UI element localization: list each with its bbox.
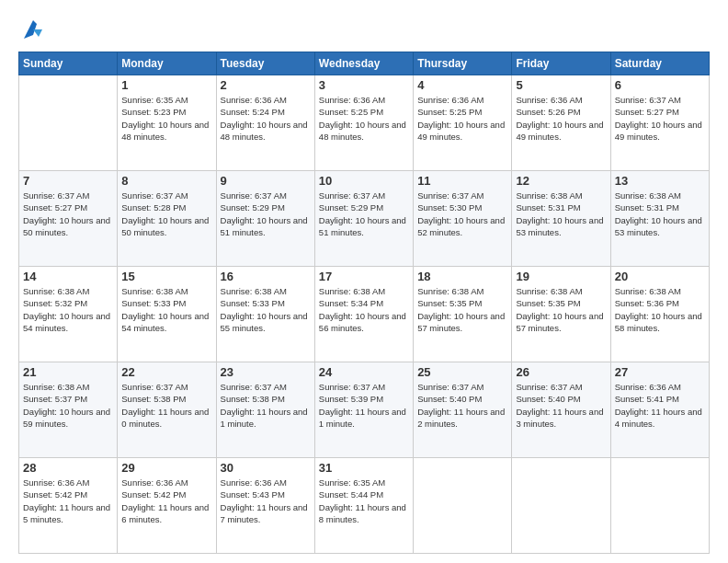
header xyxy=(18,17,710,42)
day-number: 1 xyxy=(121,78,211,92)
day-info: Sunrise: 6:35 AMSunset: 5:23 PMDaylight:… xyxy=(121,94,211,143)
day-info: Sunrise: 6:36 AMSunset: 5:42 PMDaylight:… xyxy=(23,477,113,525)
day-number: 28 xyxy=(23,461,113,475)
calendar-cell: 30Sunrise: 6:36 AMSunset: 5:43 PMDayligh… xyxy=(216,458,314,554)
calendar-cell: 18Sunrise: 6:38 AMSunset: 5:35 PMDayligh… xyxy=(414,267,512,362)
day-info: Sunrise: 6:38 AMSunset: 5:33 PMDaylight:… xyxy=(221,285,311,334)
calendar-cell: 4Sunrise: 6:36 AMSunset: 5:25 PMDaylight… xyxy=(414,75,512,171)
day-number: 9 xyxy=(221,174,311,188)
day-info: Sunrise: 6:38 AMSunset: 5:36 PMDaylight:… xyxy=(615,285,705,334)
day-number: 6 xyxy=(615,78,705,92)
day-number: 26 xyxy=(516,365,606,379)
day-number: 7 xyxy=(23,174,113,188)
day-number: 29 xyxy=(121,461,211,475)
calendar-cell: 10Sunrise: 6:37 AMSunset: 5:29 PMDayligh… xyxy=(314,171,413,267)
day-info: Sunrise: 6:36 AMSunset: 5:43 PMDaylight:… xyxy=(221,477,311,525)
logo xyxy=(18,17,46,42)
day-number: 15 xyxy=(121,270,211,283)
calendar-cell: 5Sunrise: 6:36 AMSunset: 5:26 PMDaylight… xyxy=(512,75,610,171)
calendar-header-row: SundayMondayTuesdayWednesdayThursdayFrid… xyxy=(19,52,710,75)
day-number: 10 xyxy=(319,174,409,188)
calendar-cell: 28Sunrise: 6:36 AMSunset: 5:42 PMDayligh… xyxy=(19,458,118,554)
day-info: Sunrise: 6:38 AMSunset: 5:34 PMDaylight:… xyxy=(319,285,409,334)
calendar-cell: 8Sunrise: 6:37 AMSunset: 5:28 PMDaylight… xyxy=(118,171,216,267)
day-number: 4 xyxy=(417,78,507,92)
day-info: Sunrise: 6:37 AMSunset: 5:29 PMDaylight:… xyxy=(319,190,409,238)
calendar-week-row: 28Sunrise: 6:36 AMSunset: 5:42 PMDayligh… xyxy=(19,458,710,554)
calendar-cell: 16Sunrise: 6:38 AMSunset: 5:33 PMDayligh… xyxy=(216,267,314,362)
calendar-cell: 21Sunrise: 6:38 AMSunset: 5:37 PMDayligh… xyxy=(19,362,118,458)
calendar-week-row: 14Sunrise: 6:38 AMSunset: 5:32 PMDayligh… xyxy=(19,267,710,362)
calendar-cell: 7Sunrise: 6:37 AMSunset: 5:27 PMDaylight… xyxy=(19,171,118,267)
day-info: Sunrise: 6:36 AMSunset: 5:25 PMDaylight:… xyxy=(417,94,507,143)
day-number: 12 xyxy=(516,174,606,188)
day-number: 11 xyxy=(417,174,507,188)
day-info: Sunrise: 6:37 AMSunset: 5:27 PMDaylight:… xyxy=(23,190,113,238)
calendar-cell: 1Sunrise: 6:35 AMSunset: 5:23 PMDaylight… xyxy=(118,75,216,171)
day-info: Sunrise: 6:35 AMSunset: 5:44 PMDaylight:… xyxy=(319,477,409,525)
day-number: 21 xyxy=(23,365,113,379)
day-number: 19 xyxy=(516,270,606,283)
calendar-cell: 3Sunrise: 6:36 AMSunset: 5:25 PMDaylight… xyxy=(314,75,413,171)
day-number: 20 xyxy=(615,270,705,283)
calendar-day-header: Sunday xyxy=(19,52,118,75)
day-info: Sunrise: 6:37 AMSunset: 5:30 PMDaylight:… xyxy=(417,190,507,238)
logo-icon xyxy=(20,17,46,42)
day-info: Sunrise: 6:38 AMSunset: 5:31 PMDaylight:… xyxy=(516,190,606,238)
day-number: 23 xyxy=(221,365,311,379)
calendar-day-header: Tuesday xyxy=(216,52,314,75)
day-info: Sunrise: 6:36 AMSunset: 5:24 PMDaylight:… xyxy=(221,94,311,143)
day-info: Sunrise: 6:38 AMSunset: 5:31 PMDaylight:… xyxy=(615,190,705,238)
calendar-week-row: 21Sunrise: 6:38 AMSunset: 5:37 PMDayligh… xyxy=(19,362,710,458)
calendar-cell xyxy=(610,458,709,554)
calendar-cell: 22Sunrise: 6:37 AMSunset: 5:38 PMDayligh… xyxy=(118,362,216,458)
day-number: 14 xyxy=(23,270,113,283)
calendar-day-header: Monday xyxy=(118,52,216,75)
calendar-cell: 6Sunrise: 6:37 AMSunset: 5:27 PMDaylight… xyxy=(610,75,709,171)
calendar-cell: 13Sunrise: 6:38 AMSunset: 5:31 PMDayligh… xyxy=(610,171,709,267)
calendar-cell: 24Sunrise: 6:37 AMSunset: 5:39 PMDayligh… xyxy=(314,362,413,458)
calendar-cell: 17Sunrise: 6:38 AMSunset: 5:34 PMDayligh… xyxy=(314,267,413,362)
calendar-cell xyxy=(414,458,512,554)
calendar-day-header: Wednesday xyxy=(314,52,413,75)
day-number: 17 xyxy=(319,270,409,283)
day-number: 8 xyxy=(121,174,211,188)
calendar-cell: 19Sunrise: 6:38 AMSunset: 5:35 PMDayligh… xyxy=(512,267,610,362)
calendar-cell: 15Sunrise: 6:38 AMSunset: 5:33 PMDayligh… xyxy=(118,267,216,362)
day-number: 30 xyxy=(221,461,311,475)
calendar-cell: 27Sunrise: 6:36 AMSunset: 5:41 PMDayligh… xyxy=(610,362,709,458)
day-info: Sunrise: 6:36 AMSunset: 5:26 PMDaylight:… xyxy=(516,94,606,143)
calendar-cell: 29Sunrise: 6:36 AMSunset: 5:42 PMDayligh… xyxy=(118,458,216,554)
day-info: Sunrise: 6:36 AMSunset: 5:42 PMDaylight:… xyxy=(121,477,211,525)
page: SundayMondayTuesdayWednesdayThursdayFrid… xyxy=(0,0,728,563)
day-info: Sunrise: 6:37 AMSunset: 5:27 PMDaylight:… xyxy=(615,94,705,143)
day-info: Sunrise: 6:36 AMSunset: 5:41 PMDaylight:… xyxy=(615,381,705,430)
day-number: 31 xyxy=(319,461,409,475)
day-number: 5 xyxy=(516,78,606,92)
calendar-cell: 9Sunrise: 6:37 AMSunset: 5:29 PMDaylight… xyxy=(216,171,314,267)
calendar-week-row: 7Sunrise: 6:37 AMSunset: 5:27 PMDaylight… xyxy=(19,171,710,267)
day-number: 13 xyxy=(615,174,705,188)
day-info: Sunrise: 6:37 AMSunset: 5:38 PMDaylight:… xyxy=(221,381,311,430)
day-number: 3 xyxy=(319,78,409,92)
day-info: Sunrise: 6:37 AMSunset: 5:38 PMDaylight:… xyxy=(121,381,211,430)
day-info: Sunrise: 6:37 AMSunset: 5:39 PMDaylight:… xyxy=(319,381,409,430)
svg-marker-1 xyxy=(33,29,42,37)
calendar-cell: 2Sunrise: 6:36 AMSunset: 5:24 PMDaylight… xyxy=(216,75,314,171)
day-number: 24 xyxy=(319,365,409,379)
day-info: Sunrise: 6:38 AMSunset: 5:35 PMDaylight:… xyxy=(417,285,507,334)
calendar-cell: 11Sunrise: 6:37 AMSunset: 5:30 PMDayligh… xyxy=(414,171,512,267)
calendar-cell: 25Sunrise: 6:37 AMSunset: 5:40 PMDayligh… xyxy=(414,362,512,458)
day-info: Sunrise: 6:38 AMSunset: 5:32 PMDaylight:… xyxy=(23,285,113,334)
day-number: 2 xyxy=(221,78,311,92)
calendar-cell: 23Sunrise: 6:37 AMSunset: 5:38 PMDayligh… xyxy=(216,362,314,458)
day-number: 18 xyxy=(417,270,507,283)
day-info: Sunrise: 6:37 AMSunset: 5:40 PMDaylight:… xyxy=(417,381,507,430)
calendar-day-header: Thursday xyxy=(414,52,512,75)
day-info: Sunrise: 6:37 AMSunset: 5:28 PMDaylight:… xyxy=(121,190,211,238)
calendar-cell xyxy=(19,75,118,171)
calendar-cell: 20Sunrise: 6:38 AMSunset: 5:36 PMDayligh… xyxy=(610,267,709,362)
day-info: Sunrise: 6:38 AMSunset: 5:37 PMDaylight:… xyxy=(23,381,113,430)
calendar-table: SundayMondayTuesdayWednesdayThursdayFrid… xyxy=(18,52,710,554)
calendar-cell xyxy=(512,458,610,554)
